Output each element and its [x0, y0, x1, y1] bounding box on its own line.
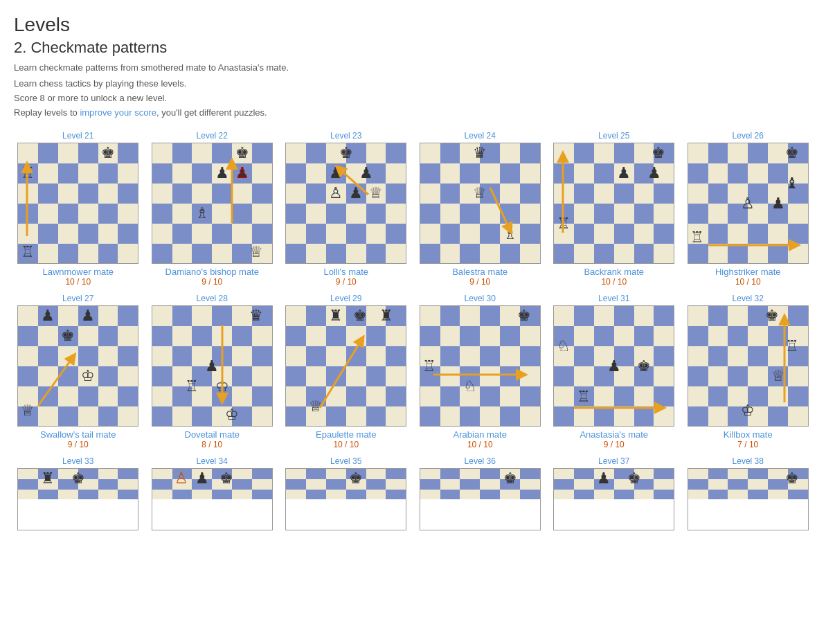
info-block: Learn chess tactics by playing these lev…: [14, 77, 812, 120]
board-29: (function(){ for(let r=0;r<6;r++) for(le…: [285, 305, 406, 427]
level-card-38[interactable]: Level 38 (function(){ for(let r=0;r<3;r+…: [684, 456, 813, 589]
level-label-27: Level 27: [62, 294, 93, 303]
board-35: (function(){ for(let r=0;r<3;r++) for(le…: [285, 468, 406, 589]
board-26: (function(){ for(let r=0;r<6;r++) for(le…: [688, 143, 809, 264]
level-label-31: Level 31: [598, 294, 629, 303]
board-23: (function(){ for(let r=0;r<6;r++) for(le…: [285, 143, 406, 264]
level-card-31[interactable]: Level 31 (function(){ for(let r=0;r<6;r+…: [550, 294, 679, 449]
level-name-25: Backrank mate: [584, 267, 644, 277]
level-label-36: Level 36: [465, 456, 496, 466]
level-label-29: Level 29: [330, 294, 361, 303]
levels-grid: Level 21 (function(){ // 6x6 grid for(le…: [14, 131, 812, 589]
level-label-28: Level 28: [197, 294, 228, 303]
level-label-23: Level 23: [330, 131, 361, 141]
level-label-22: Level 22: [197, 131, 228, 141]
level-card-22[interactable]: Level 22 (function(){ for(let r=0;r<6;r+…: [148, 131, 277, 287]
level-card-35[interactable]: Level 35 (function(){ for(let r=0;r<3;r+…: [282, 456, 411, 589]
level-score-24: 9 / 10: [469, 277, 490, 287]
level-label-24: Level 24: [465, 131, 496, 141]
level-name-32: Killbox mate: [724, 429, 773, 440]
page-title: Levels: [14, 14, 812, 36]
board-31: (function(){ for(let r=0;r<6;r++) for(le…: [553, 305, 674, 427]
level-name-27: Swallow's tail mate: [40, 429, 116, 440]
level-card-36[interactable]: Level 36 (function(){ for(let r=0;r<3;r+…: [416, 456, 545, 589]
board-33: (function(){ for(let r=0;r<3;r++) for(le…: [17, 468, 138, 589]
board-22: (function(){ for(let r=0;r<6;r++) for(le…: [152, 143, 273, 264]
level-score-27: 9 / 10: [68, 440, 89, 449]
level-score-32: 7 / 10: [737, 440, 758, 449]
level-card-21[interactable]: Level 21 (function(){ // 6x6 grid for(le…: [14, 131, 143, 287]
level-score-28: 8 / 10: [201, 440, 222, 449]
level-score-21: 10 / 10: [65, 277, 91, 287]
level-card-29[interactable]: Level 29 (function(){ for(let r=0;r<6;r+…: [282, 294, 411, 449]
level-name-30: Arabian mate: [454, 429, 507, 440]
level-card-26[interactable]: Level 26 (function(){ for(let r=0;r<6;r+…: [684, 131, 813, 287]
level-label-33: Level 33: [62, 456, 93, 466]
description: Learn checkmate patterns from smothered …: [14, 62, 812, 73]
level-score-26: 10 / 10: [735, 277, 761, 287]
board-38: (function(){ for(let r=0;r<3;r++) for(le…: [688, 468, 809, 589]
level-card-37[interactable]: Level 37 (function(){ for(let r=0;r<3;r+…: [550, 456, 679, 589]
level-name-23: Lolli's mate: [323, 267, 368, 277]
level-card-27[interactable]: Level 27 (function(){ for(let r=0;r<6;r+…: [14, 294, 143, 449]
level-score-25: 10 / 10: [601, 277, 627, 287]
level-score-23: 9 / 10: [336, 277, 357, 287]
level-name-28: Dovetail mate: [185, 429, 240, 440]
level-label-30: Level 30: [465, 294, 496, 303]
board-28: (function(){ for(let r=0;r<6;r++) for(le…: [152, 305, 273, 427]
level-label-25: Level 25: [598, 131, 629, 141]
level-name-31: Anastasia's mate: [580, 429, 648, 440]
level-label-38: Level 38: [733, 456, 764, 466]
level-name-29: Epaulette mate: [316, 429, 376, 440]
level-card-33[interactable]: Level 33 (function(){ for(let r=0;r<3;r+…: [14, 456, 143, 589]
board-21: (function(){ // 6x6 grid for(let r=0;r<6…: [17, 143, 138, 264]
level-score-31: 9 / 10: [604, 440, 625, 449]
level-label-37: Level 37: [598, 456, 629, 466]
level-label-26: Level 26: [733, 131, 764, 141]
level-card-32[interactable]: Level 32 (function(){ for(let r=0;r<6;r+…: [684, 294, 813, 449]
level-name-22: Damiano's bishop mate: [165, 267, 259, 277]
level-score-30: 10 / 10: [467, 440, 493, 449]
level-card-23[interactable]: Level 23 (function(){ for(let r=0;r<6;r+…: [282, 131, 411, 287]
level-name-21: Lawnmower mate: [42, 267, 114, 277]
board-30: (function(){ for(let r=0;r<6;r++) for(le…: [420, 305, 541, 427]
board-36: (function(){ for(let r=0;r<3;r++) for(le…: [420, 468, 541, 589]
board-37: (function(){ for(let r=0;r<3;r++) for(le…: [553, 468, 674, 589]
level-label-34: Level 34: [197, 456, 228, 466]
board-32: (function(){ for(let r=0;r<6;r++) for(le…: [688, 305, 809, 427]
level-label-21: Level 21: [62, 131, 93, 141]
level-card-34[interactable]: Level 34 (function(){ for(let r=0;r<3;r+…: [148, 456, 277, 589]
level-name-26: Highstriker mate: [715, 267, 781, 277]
level-label-35: Level 35: [330, 456, 361, 466]
level-card-30[interactable]: Level 30 (function(){ for(let r=0;r<6;r+…: [416, 294, 545, 449]
board-27: (function(){ for(let r=0;r<6;r++) for(le…: [17, 305, 138, 427]
level-name-24: Balestra mate: [452, 267, 508, 277]
level-card-24[interactable]: Level 24 (function(){ for(let r=0;r<6;r+…: [416, 131, 545, 287]
level-label-32: Level 32: [733, 294, 764, 303]
level-score-22: 9 / 10: [201, 277, 222, 287]
level-card-25[interactable]: Level 25 (function(){ for(let r=0;r<6;r+…: [550, 131, 679, 287]
board-34: (function(){ for(let r=0;r<3;r++) for(le…: [152, 468, 273, 589]
level-score-29: 10 / 10: [333, 440, 359, 449]
board-24: (function(){ for(let r=0;r<6;r++) for(le…: [420, 143, 541, 264]
board-25: (function(){ for(let r=0;r<6;r++) for(le…: [553, 143, 674, 264]
level-card-28[interactable]: Level 28 (function(){ for(let r=0;r<6;r+…: [148, 294, 277, 449]
section-title: 2. Checkmate patterns: [14, 39, 812, 57]
